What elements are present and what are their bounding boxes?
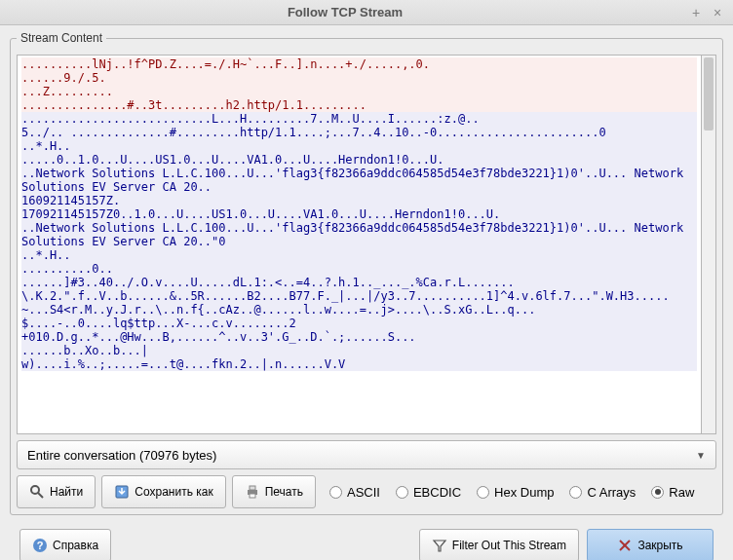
window-close-icon[interactable]: × [710,5,725,20]
stream-line: ...........................L...H........… [21,112,697,126]
print-icon [245,484,260,500]
radio-hexdump[interactable]: Hex Dump [477,485,554,500]
stream-line: ..*.H.. [21,248,697,262]
conversation-selector-label: Entire conversation (70976 bytes) [27,448,216,463]
close-button[interactable]: Закрыть [587,529,714,560]
stream-line: ..Network Solutions L.L.C.100...U...'fla… [21,167,697,194]
stream-content-legend: Stream Content [17,31,106,45]
stream-line: ..........0.. [21,262,697,276]
stream-line: .....0..1.0...U....US1.0...U....VA1.0...… [21,153,697,167]
radio-raw[interactable]: Raw [651,485,694,500]
saveas-button[interactable]: Сохранить как [101,475,225,508]
search-icon [29,484,45,500]
stream-line: ......b..Xo..b...| [21,344,697,357]
scrollbar[interactable] [702,55,716,434]
radio-icon [477,486,489,499]
radio-icon [329,486,342,499]
radio-ascii[interactable]: ASCII [329,485,380,500]
titlebar: Follow TCP Stream + × [0,0,733,25]
help-button[interactable]: ? Справка [19,529,111,560]
stream-line: $....-..0....lq$ttp...X-...c.v........2 [21,317,697,330]
close-icon [617,538,633,553]
stream-line: +010.D.g..*...@Hw...B,......^..v..3'.G_.… [21,330,697,344]
radio-icon [396,486,408,499]
stream-line: ..........lNj..!f^PD.Z....=./.H~`...F..]… [21,57,697,71]
filter-icon [432,538,447,553]
encoding-radios: ASCII EBCDIC Hex Dump C Arrays Raw [329,485,694,500]
scrollbar-thumb[interactable] [704,57,714,131]
stream-textarea[interactable]: ..........lNj..!f^PD.Z....=./.H~`...F..]… [17,55,702,434]
svg-text:?: ? [37,540,44,551]
stream-line: 170921145157Z0..1.0...U....US1.0...U....… [21,207,697,221]
svg-line-1 [38,493,43,498]
filter-out-button[interactable]: Filter Out This Stream [419,529,579,560]
stream-line: ...............#..3t.........h2.http/1.1… [21,98,697,112]
conversation-selector[interactable]: Entire conversation (70976 bytes) ▼ [17,440,716,469]
chevron-down-icon: ▼ [696,450,706,461]
stream-line: w)....i.%..;.....=...t@....fkn.2..|.n...… [21,357,697,371]
radio-carrays[interactable]: C Arrays [569,485,636,500]
window-minimize-icon[interactable]: + [688,5,704,20]
svg-rect-5 [250,494,255,498]
stream-line: ...Z......... [21,85,697,98]
stream-line: ..*.H.. [21,139,697,153]
radio-ebcdic[interactable]: EBCDIC [396,485,461,500]
window-title: Follow TCP Stream [8,5,682,19]
stream-line: 160921145157Z. [21,194,697,207]
stream-content-fieldset: Stream Content ..........lNj..!f^PD.Z...… [10,31,723,515]
svg-rect-4 [250,486,255,490]
stream-line: ......]#3..40../.O.v....U.....dL.1:.<..=… [21,276,697,289]
stream-line: ..Network Solutions L.L.C.100...U...'fla… [21,221,697,248]
save-icon [114,484,130,500]
stream-line: ......9./.5. [21,71,697,85]
svg-point-0 [31,486,39,494]
radio-icon [569,486,582,499]
radio-icon [651,486,664,499]
print-button[interactable]: Печать [232,475,316,508]
find-button[interactable]: Найти [17,475,96,508]
stream-line: 5../.. ..............#.........http/1.1.… [21,126,697,139]
stream-line: \.K.2.".f..V..b......&..5R......B2....B7… [21,289,697,317]
help-icon: ? [32,538,48,553]
